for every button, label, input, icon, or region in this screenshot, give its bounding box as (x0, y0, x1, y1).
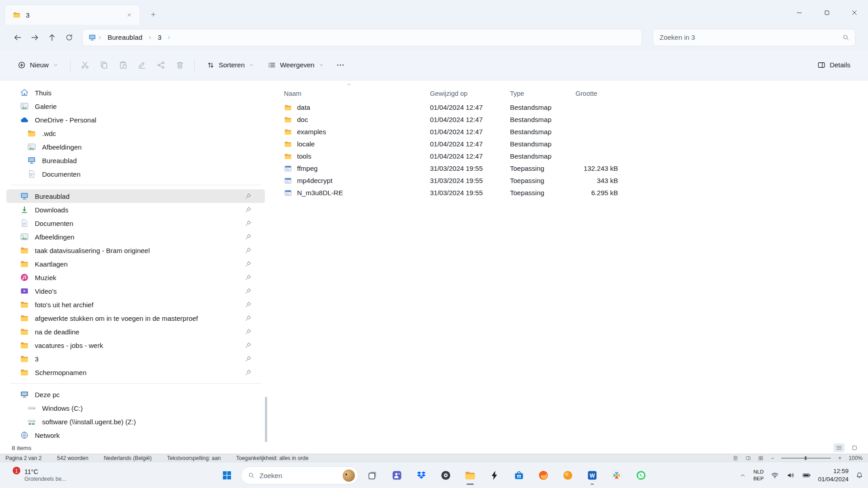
address-bar[interactable]: Bureaublad 3 (82, 29, 642, 46)
forward-button[interactable] (26, 29, 43, 46)
word-accessibility[interactable]: Toegankelijkheid: alles in orde (236, 455, 308, 461)
zoom-level[interactable]: 100% (849, 455, 863, 461)
dropbox-button[interactable] (411, 465, 432, 486)
new-button[interactable]: Nieuw (12, 56, 64, 74)
explorer-tab[interactable]: 3 (5, 5, 140, 25)
sidebar-item-windows-c[interactable]: Windows (C:) (6, 401, 265, 415)
rename-button[interactable] (133, 56, 151, 74)
task-view-button[interactable] (362, 465, 383, 486)
breadcrumb-item-3[interactable]: 3 (154, 31, 165, 43)
start-button[interactable] (217, 465, 237, 486)
zoom-slider[interactable] (781, 458, 831, 459)
sidebar-item-videos[interactable]: Video's (6, 284, 265, 298)
file-row-data[interactable]: data 01/04/2024 12:47 Bestandsmap (280, 101, 868, 113)
firefox-button[interactable] (533, 465, 554, 486)
sidebar-item-network[interactable]: Network (6, 428, 265, 442)
details-pane-button[interactable]: Details (811, 56, 856, 74)
view-button[interactable]: Weergeven (262, 56, 330, 74)
word-language[interactable]: Nederlands (België) (104, 455, 151, 461)
refresh-button[interactable] (61, 29, 78, 46)
sidebar-item-bureaublad[interactable]: Bureaublad (6, 189, 265, 203)
sidebar-item-schermopnamen[interactable]: Schermopnamen (6, 366, 265, 379)
zoom-slider-thumb[interactable] (805, 456, 807, 460)
copy-button[interactable] (95, 56, 113, 74)
search-box[interactable] (653, 29, 855, 46)
web-layout-icon[interactable] (758, 455, 764, 461)
search-highlight-image[interactable] (343, 469, 355, 482)
sidebar-item-documenten[interactable]: Documenten (6, 216, 265, 230)
photos-button[interactable] (606, 465, 627, 486)
orange-app-button[interactable] (557, 465, 578, 486)
maximize-button[interactable] (813, 0, 840, 25)
column-header-type[interactable]: Type (506, 90, 572, 97)
word-page-indicator[interactable]: Pagina 2 van 2 (5, 455, 42, 461)
cut-button[interactable] (76, 56, 94, 74)
sidebar-item-galerie[interactable]: Galerie (6, 99, 265, 113)
language-indicator[interactable]: NLD BEP (753, 469, 764, 482)
hidden-icons-chevron-icon[interactable] (739, 472, 746, 479)
sidebar-item-downloads[interactable]: Downloads (6, 203, 265, 216)
sidebar-item-vacatures[interactable]: vacatures - jobs - werk (6, 338, 265, 352)
sidebar-item-3[interactable]: 3 (6, 352, 265, 366)
large-icons-view-toggle[interactable] (849, 443, 860, 452)
read-mode-icon[interactable] (733, 455, 738, 461)
paste-button[interactable] (114, 56, 132, 74)
print-layout-icon[interactable] (745, 455, 751, 461)
notifications-bell-icon[interactable] (855, 471, 863, 479)
file-row-doc[interactable]: doc 01/04/2024 12:47 Bestandsmap (280, 113, 868, 126)
sidebar-item-afgewerkte-stukken[interactable]: afgewerkte stukken om in te voegen in de… (6, 311, 265, 325)
file-row-n-m3u8dl-re[interactable]: N_m3u8DL-RE 31/03/2024 19:55 Toepassing … (280, 187, 868, 199)
weather-widget[interactable]: 1 11°C Grotendeels be... (9, 462, 70, 488)
sidebar-item-wdc[interactable]: .wdc (6, 127, 265, 140)
file-row-examples[interactable]: examples 01/04/2024 12:47 Bestandsmap (280, 126, 868, 138)
media-player-button[interactable] (435, 465, 456, 486)
sort-button[interactable]: Sorteren (201, 56, 260, 74)
word-button[interactable]: W (582, 465, 603, 486)
details-view-toggle[interactable] (834, 443, 844, 452)
teams-button[interactable] (387, 465, 407, 486)
clock[interactable]: 12:59 01/04/2024 (818, 467, 849, 483)
battery-icon[interactable] (802, 471, 811, 480)
word-text-prediction[interactable]: Tekstvoorspelling: aan (167, 455, 221, 461)
share-button[interactable] (152, 56, 170, 74)
breadcrumb-item-bureaublad[interactable]: Bureaublad (104, 31, 146, 43)
sidebar-item-na-de-deadline[interactable]: na de deadline (6, 325, 265, 338)
zoom-in-button[interactable]: + (838, 455, 841, 461)
taskbar-search[interactable] (241, 466, 359, 484)
sidebar-item-deze-pc[interactable]: Deze pc (6, 388, 265, 401)
sidebar-scrollbar-thumb[interactable] (265, 397, 267, 442)
sidebar-item-fotos-archief[interactable]: foto's uit het archief (6, 298, 265, 311)
file-row-mp4decrypt[interactable]: mp4decrypt 31/03/2024 19:55 Toepassing 3… (280, 174, 868, 187)
new-tab-button[interactable] (147, 9, 159, 20)
tab-close-button[interactable] (123, 9, 135, 21)
sidebar-item-thuis[interactable]: Thuis (6, 86, 265, 99)
delete-button[interactable] (171, 56, 189, 74)
sidebar-item-documenten-onedrive[interactable]: Documenten (6, 167, 265, 181)
up-button[interactable] (43, 29, 61, 46)
zap-app-button[interactable] (484, 465, 505, 486)
more-options-button[interactable] (332, 56, 349, 74)
sidebar-item-onedrive[interactable]: OneDrive - Personal (6, 113, 265, 127)
file-row-tools[interactable]: tools 01/04/2024 12:47 Bestandsmap (280, 150, 868, 162)
search-input[interactable] (660, 33, 842, 41)
microsoft-store-button[interactable] (509, 465, 529, 486)
file-explorer-button[interactable] (460, 465, 481, 486)
file-row-ffmpeg[interactable]: ffmpeg 31/03/2024 19:55 Toepassing 132.2… (280, 162, 868, 174)
column-header-gewijzigd-op[interactable]: Gewijzigd op (426, 90, 506, 97)
minimize-button[interactable] (785, 0, 813, 25)
column-header-naam[interactable]: Naam (280, 90, 426, 97)
volume-icon[interactable] (786, 471, 795, 480)
sidebar-item-software-z[interactable]: software (\\install.ugent.be) (Z:) (6, 415, 265, 428)
sidebar-item-muziek[interactable]: Muziek (6, 271, 265, 284)
sidebar-item-afbeeldingen-onedrive[interactable]: Afbeeldingen (6, 140, 265, 154)
column-header-grootte[interactable]: Grootte (572, 90, 625, 97)
sidebar-item-bureaublad-onedrive[interactable]: Bureaublad (6, 154, 265, 167)
wifi-icon[interactable] (770, 471, 779, 480)
zoom-out-button[interactable]: − (771, 455, 774, 461)
sidebar-item-afbeeldingen[interactable]: Afbeeldingen (6, 230, 265, 244)
file-row-locale[interactable]: locale 01/04/2024 12:47 Bestandsmap (280, 138, 868, 150)
sidebar-item-taak-datavisualisering[interactable]: taak datavisualisering - Bram origineel (6, 244, 265, 257)
taskbar-search-input[interactable] (259, 472, 338, 479)
whatsapp-button[interactable] (631, 465, 651, 486)
sidebar-item-kaartlagen[interactable]: Kaartlagen (6, 257, 265, 271)
